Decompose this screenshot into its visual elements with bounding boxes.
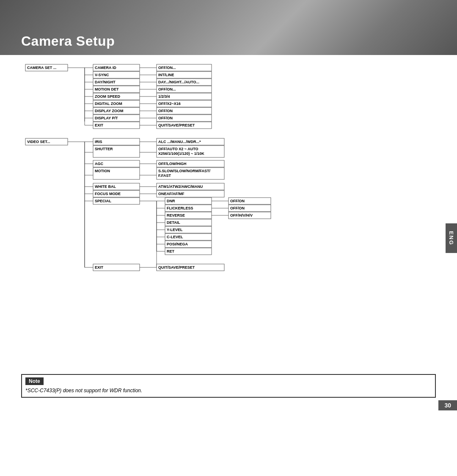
page-number: 30 [438, 400, 457, 410]
zoomspeed-value: 1/2/3/4 [158, 94, 170, 99]
digitalzoom-label: DIGITAL ZOOM [95, 102, 122, 106]
special-label: SPECIAL [95, 199, 112, 203]
motion-label: MOTION [95, 169, 110, 173]
vsync-value: INT/LINE [158, 73, 174, 77]
footer: 30 [0, 406, 457, 410]
agc-value: OFF/LOW/HIGH [158, 162, 187, 166]
displaypt-label: DISPLAY P/T [95, 116, 118, 120]
flickerless-value: OFF/ON [230, 206, 245, 210]
daynight-value: DAY.../NIGHT.../AUTO... [158, 80, 199, 84]
daynight-label: DAY/NIGHT [95, 80, 116, 84]
video-set-label: VIDEO SET... [27, 140, 50, 144]
vsync-label: V-SYNC [95, 73, 109, 77]
reverse-label: REVERSE [167, 213, 185, 217]
camera-set-label: CAMERA SET ... [27, 66, 56, 70]
main-content: CAMERA SET ... CAMERA ID OFF/ON... V-SYN… [0, 55, 457, 366]
motion-value2: F.FAST [158, 173, 171, 178]
page-header: Camera Setup [0, 0, 457, 55]
displayzoom-value: OFF/ON [158, 109, 173, 113]
camera-id-value: OFF/ON... [158, 66, 176, 70]
whitebal-label: WHITE BAL [95, 184, 116, 189]
motiondet-value: OFF/ON... [158, 87, 176, 91]
flickerless-label: FLICKERLESS [167, 206, 193, 210]
dnr-value: OFF/ON [230, 199, 245, 203]
camera-exit-label: EXIT [95, 123, 104, 127]
note-section: Note *SCC-C7433(P) does not support for … [21, 374, 436, 398]
displaypt-value: OFF/ON [158, 116, 173, 120]
note-header: Note [25, 377, 44, 385]
iris-value: ALC .../MANU.../WDR...* [158, 140, 201, 144]
detail-label: DETAIL [167, 220, 180, 225]
clevel-label: C-LEVEL [167, 235, 183, 239]
ylevel-label: Y-LEVEL [167, 228, 183, 232]
video-exit-value: QUIT/SAVE/PRESET [158, 265, 195, 270]
menu-diagram: CAMERA SET ... CAMERA ID OFF/ON... V-SYN… [21, 60, 368, 356]
camera-exit-value: QUIT/SAVE/PRESET [158, 123, 195, 127]
note-text: *SCC-C7433(P) does not support for WDR f… [22, 387, 435, 397]
zoomspeed-label: ZOOM SPEED [95, 94, 121, 99]
motiondet-label: MOTION DET [95, 87, 119, 91]
page-title: Camera Setup [21, 33, 115, 49]
whitebal-value: ATW1/ATW2/AWC/MANU [158, 184, 203, 189]
camera-id-label: CAMERA ID [95, 66, 116, 70]
displayzoom-label: DISPLAY ZOOM [95, 109, 124, 113]
shutter-label: SHUTTER [95, 147, 113, 151]
agc-label: AGC [95, 162, 104, 166]
shutter-value2: X256/1/100(1/120) ~ 1/10K [158, 151, 204, 156]
iris-label: IRIS [95, 140, 102, 144]
shutter-value1: OFF/AUTO X2 ~ AUTO [158, 147, 198, 151]
video-exit-label: EXIT [95, 265, 104, 270]
motion-value1: S.SLOW/SLOW/NORM/FAST/ [158, 169, 210, 173]
ret-label: RET [167, 249, 175, 253]
digitalzoom-value: OFF/X2~X16 [158, 102, 181, 106]
focusmode-value: ONEAF/AF/MF [158, 192, 184, 196]
dnr-label: DNR [167, 199, 175, 203]
reverse-value: OFF/H/V/H/V [230, 213, 253, 217]
posinega-label: POSI/NEGA [167, 242, 188, 246]
focusmode-label: FOCUS MODE [95, 192, 121, 196]
